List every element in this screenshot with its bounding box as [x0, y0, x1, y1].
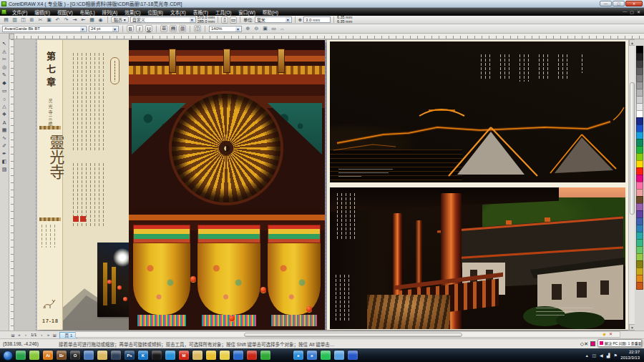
menu-item[interactable]: 帮助(H) [259, 9, 282, 16]
last-page-button[interactable]: » [45, 332, 51, 338]
zoom-out-button[interactable]: ⊖ [253, 25, 260, 32]
interactive-fill-tool[interactable]: ▨ [1, 166, 9, 173]
taskbar-app-e2[interactable]: e [307, 351, 317, 360]
menu-item[interactable]: 位图(B) [144, 9, 167, 16]
close-button[interactable]: ✕ [625, 1, 643, 6]
ellipse-tool[interactable]: ○ [1, 95, 9, 102]
taskbar-app-mail[interactable] [206, 351, 216, 360]
tray-alert-icons[interactable]: ◆ ✕ [602, 331, 613, 336]
interactive-blend-tool[interactable]: ∿ [1, 134, 9, 142]
taskbar-app-blue[interactable] [348, 351, 358, 360]
vertical-scrollbar[interactable]: ▲ ▼ [628, 39, 635, 331]
corridor-photo[interactable] [330, 187, 625, 329]
new-document-button[interactable]: ▤ [2, 16, 10, 24]
undo-button[interactable]: ↶ [54, 16, 62, 24]
landscape-button[interactable]: ▭ [230, 16, 237, 24]
underline-button[interactable]: U [145, 25, 152, 32]
pick-tool[interactable]: ↖ [1, 40, 9, 47]
next-page-button[interactable]: › [39, 332, 44, 338]
duplicate-y-field[interactable]: 6.35 mm [337, 20, 352, 24]
vertical-ruler[interactable] [9, 39, 14, 331]
text-tool[interactable]: A [1, 119, 9, 126]
prev-page-button[interactable]: ‹ [23, 332, 29, 338]
redo-button[interactable]: ↷ [62, 16, 70, 24]
basic-shapes-tool[interactable]: ❖ [1, 111, 9, 118]
vertical-scroll-thumb[interactable] [630, 82, 635, 215]
menu-item[interactable]: 编辑(E) [31, 9, 54, 16]
tray-flag-icon[interactable]: ⚑ [613, 353, 618, 358]
import-button[interactable]: ⇥ [71, 16, 79, 24]
add-page-after-button[interactable]: ⊞ [52, 332, 57, 338]
palette-swatch[interactable] [636, 282, 643, 290]
taskbar-app-parrot[interactable] [260, 351, 270, 360]
menu-item[interactable]: 视图(V) [54, 9, 77, 16]
smart-fill-tool[interactable]: ◆ [1, 79, 9, 87]
font-select[interactable]: AvantGarde Bk BT [2, 26, 87, 32]
ceiling-spiral-photo[interactable] [129, 40, 325, 330]
menu-item[interactable]: 效果(C) [121, 9, 144, 16]
taskbar-app-security[interactable] [16, 351, 26, 360]
eyedropper-tool[interactable]: ✐ [1, 142, 9, 150]
right-page[interactable] [327, 40, 628, 330]
horizontal-scrollbar[interactable] [75, 331, 620, 338]
units-select[interactable]: 毫米 [255, 16, 292, 23]
taskbar-app-green[interactable] [321, 351, 331, 360]
drawing-canvas[interactable]: 第七章 灵光寺三绝 靈光寺 17-18 [14, 39, 628, 331]
horizontal-scroll-thumb[interactable] [244, 333, 462, 337]
italic-button[interactable]: I [136, 25, 143, 32]
taskbar-app-pinwheel[interactable] [334, 351, 344, 360]
first-page-button[interactable]: « [16, 332, 22, 338]
minimize-button[interactable]: — [600, 1, 612, 6]
menu-item[interactable]: 文件(F) [9, 9, 31, 16]
taskbar-app-media[interactable] [247, 351, 257, 360]
tray-network-icon[interactable]: ▟ [605, 353, 611, 358]
pc-issue-notification[interactable]: 解决 PC 问题: 1 条重要消息 [597, 339, 642, 347]
taskbar-app-bridge[interactable]: Br [57, 351, 67, 360]
taskbar-app-thunder[interactable] [220, 351, 230, 360]
crop-tool[interactable]: ✂ [1, 56, 9, 63]
taskbar-app-contacts[interactable] [84, 351, 94, 360]
page-height-field[interactable]: 285.0 mm [197, 20, 215, 24]
dropcap-button[interactable]: ▥ [179, 25, 186, 32]
taskbar-app-qq[interactable] [152, 351, 162, 360]
portrait-button[interactable]: ▯ [221, 16, 228, 24]
nudge-field[interactable]: 3.0 mm [303, 16, 331, 23]
zoom-in-button[interactable]: ⊕ [244, 25, 252, 32]
ruler-origin[interactable] [9, 34, 14, 39]
bold-button[interactable]: B [127, 25, 134, 32]
zoom-level-select[interactable]: 140% [209, 26, 242, 32]
bullets-button[interactable]: ▤ [170, 25, 177, 32]
taskbar-app-illustrator[interactable]: Ai [43, 351, 53, 360]
corel-online-button[interactable]: ◉ [97, 16, 104, 24]
duplicate-distance-fields[interactable]: 6.35 mm 6.35 mm [337, 16, 352, 24]
tray-expand-icon[interactable]: ▴ [584, 353, 590, 358]
zoom-selected-button[interactable]: ▣ [261, 25, 269, 32]
freehand-tool[interactable]: ✎ [1, 72, 9, 79]
polygon-tool[interactable]: △ [1, 103, 9, 110]
zoom-page-button[interactable]: ▭ [270, 25, 278, 32]
menu-item[interactable]: 布局(L) [77, 9, 99, 16]
open-button[interactable]: ▥ [11, 16, 19, 24]
menu-item[interactable]: 文本(X) [167, 9, 190, 16]
left-page[interactable]: 第七章 灵光寺三绝 靈光寺 17-18 [37, 40, 325, 330]
maximize-button[interactable]: ▢ [613, 1, 625, 6]
menu-item[interactable]: 工具(O) [212, 9, 235, 16]
rectangle-tool[interactable]: ▭ [1, 87, 9, 94]
page-size-fields[interactable]: 570.0 mm 285.0 mm [197, 16, 215, 24]
taskbar-app-dark[interactable] [111, 351, 121, 360]
taskbar-app-e1[interactable]: e [293, 351, 303, 360]
night-rooftops-photo[interactable] [330, 41, 625, 182]
alignment-button[interactable]: ☰ [160, 25, 167, 32]
menu-item[interactable]: 窗口(W) [235, 9, 258, 16]
taskbar-app-photoshop[interactable]: Ps [125, 351, 135, 360]
taskbar-app-coreldraw[interactable] [29, 351, 39, 360]
fill-tool[interactable]: ◧ [1, 158, 9, 165]
edit-text-button[interactable]: ◫ [194, 25, 201, 32]
add-page-button[interactable]: ⊞ [10, 332, 16, 338]
taskbar-app-folder[interactable] [97, 351, 107, 360]
save-button[interactable]: ◫ [19, 16, 27, 24]
shape-tool[interactable]: ◬ [1, 48, 9, 55]
taskbar-app-globe[interactable] [233, 351, 243, 360]
menu-item[interactable]: 表格(T) [190, 9, 212, 16]
tray-device-icon[interactable]: ◫ [591, 353, 597, 358]
